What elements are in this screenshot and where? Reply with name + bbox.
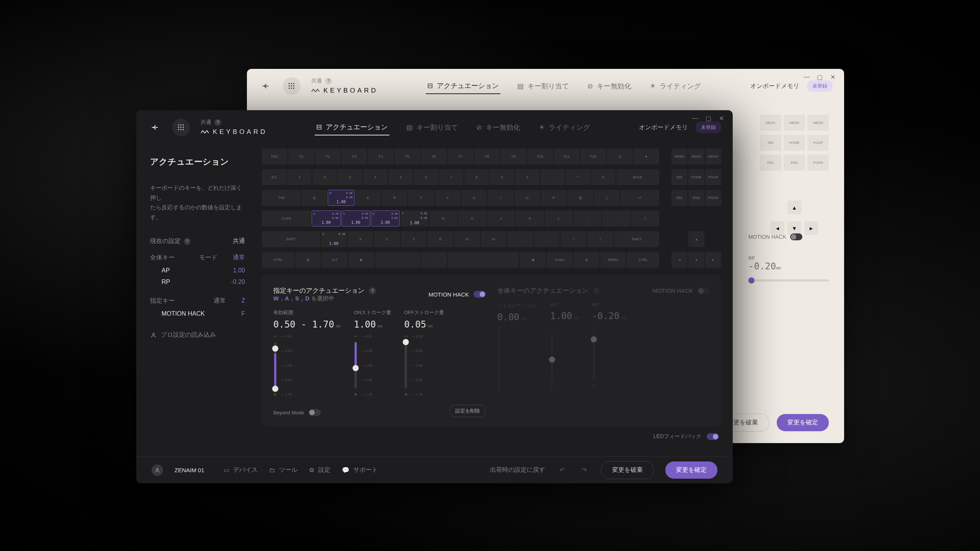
key[interactable]: - <box>421 252 447 268</box>
key[interactable]: ^ <box>566 169 590 185</box>
tab-lighting[interactable]: ☀ライティング <box>648 78 702 94</box>
tab-keymap[interactable]: ▤キー割り当て <box>405 119 459 135</box>
key[interactable]: - <box>540 169 565 185</box>
key[interactable]: ] <box>631 210 659 227</box>
key[interactable]: F9 <box>501 148 526 165</box>
slider-thumb-low[interactable] <box>272 346 278 352</box>
key[interactable]: C <box>374 231 400 247</box>
key[interactable]: F12 <box>580 148 606 165</box>
device-link[interactable]: ▭デバイス <box>224 466 258 474</box>
key[interactable]: KANA <box>547 252 573 268</box>
key[interactable]: F11 <box>554 148 580 165</box>
key[interactable]: F5 <box>395 148 420 165</box>
key[interactable] <box>375 252 421 268</box>
avatar[interactable] <box>152 465 163 476</box>
key[interactable]: L <box>545 210 573 227</box>
key[interactable]: F6 <box>421 148 447 165</box>
key[interactable]: / <box>560 231 586 247</box>
key[interactable]: \ <box>587 231 613 247</box>
key[interactable]: END <box>784 155 805 171</box>
key[interactable]: PGDN <box>807 155 829 171</box>
led-toggle[interactable] <box>707 433 719 440</box>
apps-button[interactable] <box>172 119 190 136</box>
key[interactable]: ; <box>573 210 601 227</box>
key[interactable]: A0.500.051.00 <box>312 210 340 227</box>
arrow-up-icon[interactable]: ▴ <box>787 201 801 214</box>
key[interactable]: I <box>488 190 513 206</box>
arrow-down-icon[interactable]: ▾ <box>787 221 801 235</box>
key[interactable]: Q <box>301 190 327 206</box>
back-button[interactable] <box>148 121 162 134</box>
key[interactable]: 4 <box>363 169 388 185</box>
help-icon[interactable]: ? <box>184 238 191 245</box>
tab-actuation[interactable]: ⊟アクチュエーション <box>426 78 500 94</box>
motion-hack-toggle[interactable] <box>790 233 802 240</box>
key[interactable]: ⊞ <box>295 252 321 268</box>
key[interactable]: ⧉ <box>573 252 599 268</box>
key[interactable]: F8 <box>474 148 500 165</box>
tab-disable[interactable]: ⊘キー無効化 <box>586 78 633 94</box>
key[interactable]: . <box>534 231 560 247</box>
key[interactable]: DEL <box>760 155 781 171</box>
key[interactable]: S0.500.051.00 <box>341 210 370 227</box>
arrow-right-key[interactable]: ▸ <box>705 252 721 268</box>
arrow-left-key[interactable]: ◂ <box>671 252 688 268</box>
settings-link[interactable]: ⚙設定 <box>309 466 330 474</box>
maximize-icon[interactable]: ▢ <box>704 115 712 122</box>
key[interactable]: E <box>355 190 381 206</box>
beyond-toggle[interactable] <box>309 409 321 416</box>
key[interactable]: PGUP <box>807 135 829 151</box>
minus-icon[interactable]: − <box>273 333 277 340</box>
key[interactable]: Z0.301.60 <box>321 231 347 247</box>
key[interactable]: G <box>430 210 457 227</box>
key[interactable]: MEM2 <box>784 115 805 131</box>
key[interactable]: O <box>514 190 540 206</box>
key[interactable]: ◐ <box>348 252 374 268</box>
key[interactable]: MEM3 <box>807 115 829 131</box>
key[interactable]: TAB <box>262 190 301 206</box>
key[interactable]: 6 <box>414 169 438 185</box>
key[interactable]: J <box>487 210 515 227</box>
key[interactable]: 5 <box>389 169 413 185</box>
key[interactable]: MEM2 <box>688 148 704 165</box>
factory-reset-link[interactable]: 出荷時の設定に戻す <box>490 466 545 474</box>
key[interactable]: 7 <box>439 169 464 185</box>
key[interactable]: [ <box>594 190 620 206</box>
apply-button[interactable]: 変更を確定 <box>665 461 717 479</box>
key[interactable]: CTRL <box>262 252 294 268</box>
close-icon[interactable]: ✕ <box>717 115 725 122</box>
key[interactable]: N <box>454 231 480 247</box>
back-button[interactable] <box>258 79 272 93</box>
undo-icon[interactable]: ↶ <box>557 465 567 476</box>
slider-thumb-high[interactable] <box>272 386 278 392</box>
slider-thumb[interactable] <box>748 277 755 284</box>
arrow-left-icon[interactable]: ◂ <box>771 221 784 235</box>
minimize-icon[interactable]: — <box>803 73 810 80</box>
key[interactable]: HOME <box>784 135 805 151</box>
plus-icon[interactable]: + <box>273 391 277 398</box>
redo-icon[interactable]: ↷ <box>579 465 590 476</box>
close-icon[interactable]: ✕ <box>829 73 836 80</box>
key[interactable]: F1 <box>288 148 314 165</box>
key[interactable]: BACK <box>616 169 659 185</box>
tool-link[interactable]: 🗀ツール <box>269 466 297 474</box>
key[interactable] <box>448 252 519 268</box>
key[interactable]: DEL <box>671 190 688 206</box>
key[interactable]: F7 <box>448 148 473 165</box>
key[interactable]: F0.500.201.00 <box>400 210 428 227</box>
key[interactable]: X <box>348 231 374 247</box>
key[interactable]: SHIFT <box>262 231 320 247</box>
motion-hack-toggle[interactable] <box>474 291 486 298</box>
key[interactable]: HOME <box>688 169 704 185</box>
key[interactable]: INS <box>671 169 688 185</box>
key[interactable]: F10 <box>527 148 553 165</box>
memory-badge[interactable]: 未登録 <box>807 80 833 92</box>
arrow-up-key[interactable]: ▴ <box>688 231 704 247</box>
key[interactable]: U <box>461 190 487 206</box>
plus-icon[interactable]: + <box>404 391 408 398</box>
support-link[interactable]: 💬サポート <box>342 466 378 474</box>
minimize-icon[interactable]: — <box>691 115 699 122</box>
load-pro-button[interactable]: プロ設定の読み込み <box>150 331 245 339</box>
key[interactable]: PGDN <box>705 190 721 206</box>
maximize-icon[interactable]: ▢ <box>816 73 823 80</box>
